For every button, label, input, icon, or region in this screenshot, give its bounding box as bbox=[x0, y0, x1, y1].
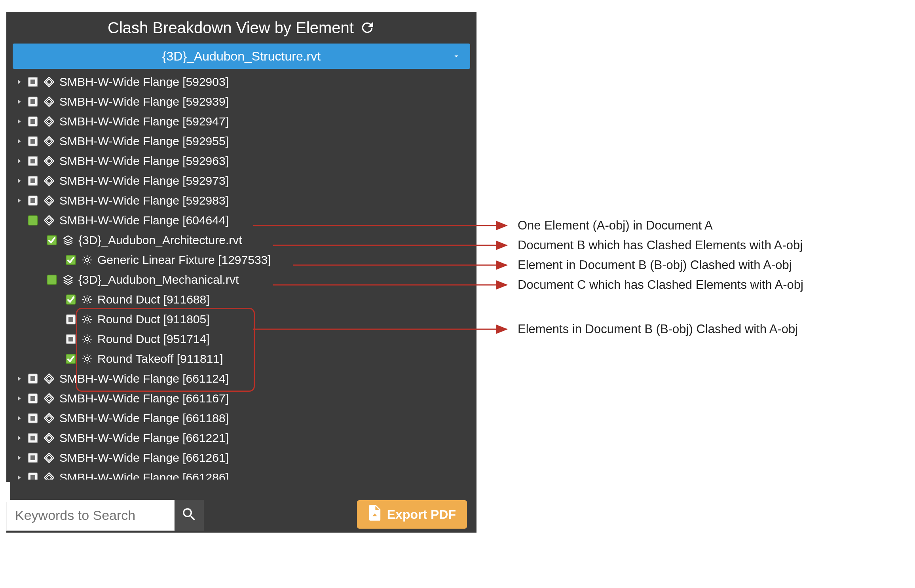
annotation-b: Document B which has Clashed Elements wi… bbox=[518, 238, 803, 252]
annotation-a: One Element (A-obj) in Document A bbox=[518, 218, 713, 233]
callout-arrows bbox=[0, 0, 915, 588]
annotation-d: Document C which has Clashed Elements wi… bbox=[518, 278, 803, 292]
annotation-c: Element in Document B (B-obj) Clashed wi… bbox=[518, 258, 792, 272]
annotation-e: Elements in Document B (B-obj) Clashed w… bbox=[518, 322, 798, 336]
